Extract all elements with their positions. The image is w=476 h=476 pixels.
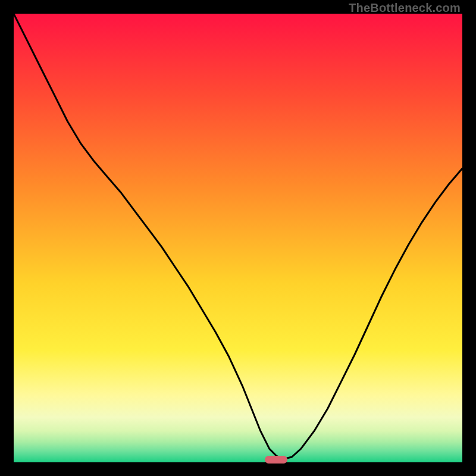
bottleneck-chart xyxy=(14,14,462,462)
gradient-background xyxy=(14,14,462,462)
watermark-text: TheBottleneck.com xyxy=(349,1,461,15)
optimal-marker xyxy=(265,456,287,464)
plot-frame xyxy=(14,14,462,462)
